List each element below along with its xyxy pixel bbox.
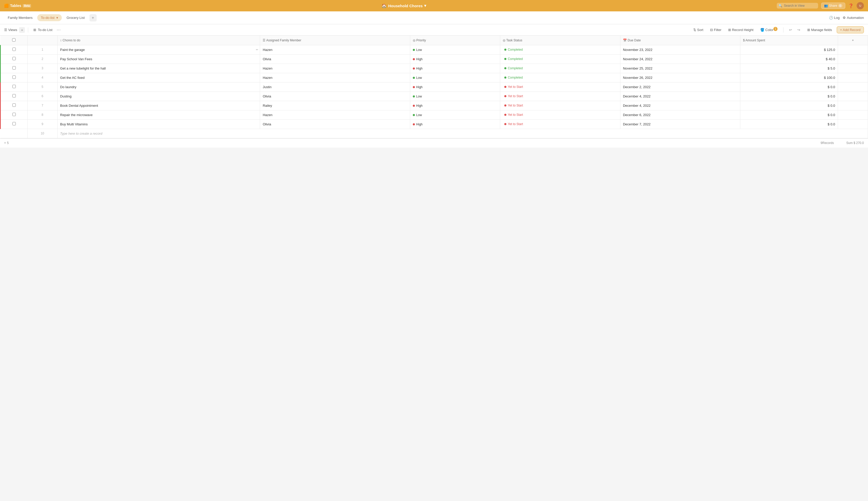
chore-cell[interactable]: Repair the microwave	[57, 110, 260, 119]
more-options-button[interactable]: ⋯	[57, 28, 61, 32]
priority-cell[interactable]: Low	[410, 92, 500, 101]
row-number: 4	[28, 73, 57, 82]
add-view-button[interactable]: +	[19, 27, 25, 33]
share-icon: 👥	[824, 4, 828, 8]
row-checkbox[interactable]	[12, 94, 16, 97]
status-cell[interactable]: Yet to Start	[500, 110, 620, 119]
new-row-placeholder[interactable]: Type here to create a record	[60, 131, 103, 136]
tab-grocery-list[interactable]: Grocery List	[63, 14, 88, 21]
header-assigned[interactable]: ☰ Assigned Family Member	[260, 36, 410, 45]
views-icon: ☰	[4, 28, 7, 32]
status-cell[interactable]: Completed	[500, 73, 620, 82]
row-checkbox[interactable]	[12, 66, 16, 70]
tab-family-members[interactable]: Family Members	[4, 14, 36, 21]
chore-cell[interactable]: Get the AC fixed	[57, 73, 260, 82]
status-cell[interactable]: Yet to Start	[500, 92, 620, 101]
row-checkbox[interactable]	[12, 104, 16, 107]
assigned-cell[interactable]: Hazen	[260, 73, 410, 82]
undo-button[interactable]: ↩	[787, 26, 794, 34]
table-row: 4 Get the AC fixed Hazen Low Completed	[1, 73, 868, 82]
log-button[interactable]: 🕐 Log	[829, 16, 840, 20]
priority-cell[interactable]: High	[410, 64, 500, 73]
redo-button[interactable]: ↪	[795, 26, 803, 34]
priority-cell[interactable]: Low	[410, 45, 500, 54]
amount-text: $ 5.0	[828, 66, 835, 70]
priority-cell[interactable]: Low	[410, 73, 500, 82]
status-cell[interactable]: Completed	[500, 45, 620, 54]
chore-cell[interactable]: Dusting	[57, 92, 260, 101]
assigned-cell[interactable]: Justin	[260, 82, 410, 92]
priority-cell[interactable]: High	[410, 101, 500, 110]
header-date[interactable]: 📅 Due Date	[620, 36, 740, 45]
row-checkbox[interactable]	[12, 47, 16, 51]
priority-text: High	[416, 67, 422, 70]
assigned-cell[interactable]: Olivia	[260, 54, 410, 64]
header-chores[interactable]: ↕ Chores to do	[57, 36, 260, 45]
sort-label: Sort	[697, 28, 703, 32]
chore-cell[interactable]: Paint the garage ✏	[57, 45, 260, 54]
add-record-button[interactable]: + Add Record	[837, 26, 864, 33]
header-status[interactable]: ◎ Task Status	[500, 36, 620, 45]
date-cell: November 26, 2022	[620, 73, 740, 82]
tab-to-do-list[interactable]: To-do-list ▾	[37, 14, 62, 21]
status-cell[interactable]: Yet to Start	[500, 119, 620, 129]
chore-cell[interactable]: Buy Multi Vitamins	[57, 119, 260, 129]
status-cell[interactable]: Completed	[500, 54, 620, 64]
current-view-label[interactable]: ⊞ To-do List	[31, 27, 54, 33]
assigned-cell[interactable]: Olivia	[260, 92, 410, 101]
manage-fields-button[interactable]: ⊞ Manage fields	[805, 27, 834, 33]
status-cell[interactable]: Completed	[500, 64, 620, 73]
filter-button[interactable]: ⊟ Filter	[708, 27, 724, 33]
record-height-button[interactable]: ⊞ Record Height	[726, 27, 756, 33]
color-button[interactable]: 🪣 Color 1	[758, 27, 780, 33]
priority-badge: High	[413, 85, 422, 89]
row-checkbox[interactable]	[12, 85, 16, 88]
row-checkbox[interactable]	[12, 113, 16, 116]
priority-cell[interactable]: High	[410, 82, 500, 92]
row-checkbox[interactable]	[12, 75, 16, 79]
chore-cell[interactable]: Pay School Van Fees	[57, 54, 260, 64]
title-dropdown-icon[interactable]: ▾	[424, 3, 426, 8]
status-cell[interactable]: Yet to Start	[500, 82, 620, 92]
status-cell[interactable]: Yet to Start	[500, 101, 620, 110]
assigned-cell[interactable]: Olivia	[260, 119, 410, 129]
nav-right: 🔍 👥 Share 6 ❓ U	[777, 2, 864, 9]
help-icon[interactable]: ❓	[848, 3, 854, 8]
header-add-col[interactable]: +	[838, 36, 868, 45]
header-amount[interactable]: $ Amount Spent	[740, 36, 838, 45]
row-checkbox[interactable]	[12, 57, 16, 60]
manage-fields-icon: ⊞	[807, 28, 810, 32]
assigned-cell[interactable]: Railey	[260, 101, 410, 110]
date-text: November 24, 2022	[623, 57, 652, 61]
priority-cell[interactable]: High	[410, 54, 500, 64]
search-input[interactable]	[777, 3, 818, 9]
chore-cell[interactable]: Get a new tubelight for the hall	[57, 64, 260, 73]
header-priority[interactable]: ◎ Priority	[410, 36, 500, 45]
select-all-checkbox[interactable]	[12, 38, 15, 42]
app-logo[interactable]: 🟧 Tables Beta	[4, 4, 31, 8]
share-button[interactable]: 👥 Share 6	[821, 3, 845, 9]
assigned-cell[interactable]: Hazen	[260, 110, 410, 119]
views-button[interactable]: ☰ Views	[4, 28, 17, 32]
automation-button[interactable]: ⚙ Automation	[843, 16, 864, 20]
row-checkbox-cell	[1, 82, 28, 92]
assigned-cell[interactable]: Hazen	[260, 45, 410, 54]
priority-badge: Low	[413, 48, 422, 52]
sort-button[interactable]: ⇅ Sort	[691, 27, 705, 33]
add-group-button[interactable]: + 5	[4, 141, 9, 145]
chore-cell[interactable]: Book Dental Appointment	[57, 101, 260, 110]
avatar[interactable]: U	[857, 2, 864, 9]
assigned-cell[interactable]: Hazen	[260, 64, 410, 73]
priority-cell[interactable]: High	[410, 119, 500, 129]
priority-cell[interactable]: Low	[410, 110, 500, 119]
row-checkbox[interactable]	[12, 122, 16, 125]
new-row-chore-cell[interactable]: Type here to create a record	[57, 129, 868, 138]
edit-icon[interactable]: ✏	[256, 48, 258, 52]
chore-cell[interactable]: Do laundry	[57, 82, 260, 92]
assigned-text: Olivia	[262, 57, 271, 61]
assigned-text: Hazen	[262, 66, 272, 70]
date-text: December 7, 2022	[623, 122, 651, 126]
date-text: November 23, 2022	[623, 48, 652, 52]
add-tab-button[interactable]: +	[89, 14, 97, 21]
priority-badge: High	[413, 57, 422, 61]
